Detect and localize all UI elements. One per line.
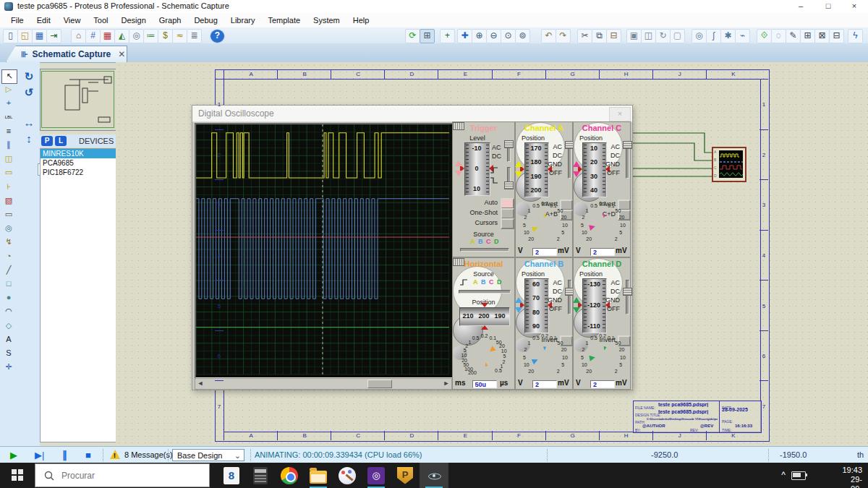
proteus-shield-app-icon[interactable]: P <box>391 463 420 488</box>
close-button[interactable]: × <box>842 0 867 13</box>
menu-help[interactable]: Help <box>346 14 376 26</box>
design-selector[interactable]: Base Design ⌄ <box>172 449 244 461</box>
zoom-out-icon[interactable]: ⊖ <box>486 29 501 43</box>
pick-device-icon[interactable]: ◎ <box>692 29 707 43</box>
knob-value-field[interactable]: 2 <box>590 380 615 388</box>
origin-icon[interactable]: + <box>440 29 455 43</box>
channel-position-arrow-up[interactable] <box>515 161 522 167</box>
menu-template[interactable]: Template <box>261 14 307 26</box>
graph-mode-icon[interactable]: ▧ <box>1 194 16 207</box>
coupling-switch-track[interactable] <box>626 280 629 314</box>
paste-icon[interactable]: ⊟ <box>606 29 621 43</box>
electrical-rule-check-icon[interactable]: ≂ <box>172 29 187 43</box>
rotate-anticlockwise-icon[interactable]: ↺ <box>21 85 37 100</box>
device-pins-mode-icon[interactable]: ⊦ <box>1 181 16 194</box>
2d-marker-icon[interactable]: ✛ <box>1 361 16 374</box>
oscilloscope-window[interactable]: Digital Oscilloscope × ◄ ► TriggerLevel-… <box>192 105 633 390</box>
device-item-pic18f6722[interactable]: PIC18F6722 <box>41 168 116 177</box>
channel-position-arrow-down[interactable] <box>455 171 462 176</box>
oneshot-button[interactable] <box>501 208 514 219</box>
menu-system[interactable]: System <box>307 14 346 26</box>
packaging-tool-icon[interactable]: ✱ <box>720 29 736 43</box>
tab-schematic-capture[interactable]: ⊪ Schematic Capture ✕ <box>6 46 127 62</box>
bom-icon[interactable]: $ <box>158 29 173 43</box>
selection-mode-icon[interactable]: ↖ <box>1 69 17 84</box>
menu-tool[interactable]: Tool <box>87 14 114 26</box>
component-mode-icon[interactable]: ▷ <box>1 83 16 96</box>
menu-graph[interactable]: Graph <box>153 14 188 26</box>
oscilloscope-component[interactable]: ABCD <box>712 147 746 182</box>
channel-position-arrow-down[interactable] <box>573 171 580 177</box>
terminals-mode-icon[interactable]: ▭ <box>1 166 16 179</box>
device-item-minres10k[interactable]: MINRES10K <box>41 149 116 158</box>
mirror-vertical-icon[interactable]: ↕ <box>21 132 37 146</box>
minimize-button[interactable]: – <box>788 0 813 13</box>
menu-design[interactable]: Design <box>115 14 153 26</box>
menu-debug[interactable]: Debug <box>187 14 224 26</box>
channel-position-arrow-down[interactable] <box>573 307 580 313</box>
file-explorer-app-icon[interactable] <box>304 463 333 488</box>
wire-autorouter-icon[interactable]: ⟐ <box>757 29 772 43</box>
zoom-area-icon[interactable]: ⊙ <box>501 29 516 43</box>
block-move-icon[interactable]: ◫ <box>641 29 656 43</box>
channel-position-arrow-up[interactable] <box>455 160 462 166</box>
start-button[interactable] <box>0 463 35 488</box>
design-explorer-icon[interactable]: ≔ <box>143 29 158 43</box>
pcb-layout-icon[interactable]: ▦ <box>100 29 115 43</box>
channel-position-arrow-up[interactable] <box>573 297 580 303</box>
import-project-icon[interactable]: ⇥ <box>46 29 61 43</box>
current-probe-mode-icon[interactable]: ◔ <box>1 250 16 263</box>
edge-switch-knob[interactable] <box>504 181 514 189</box>
2d-arc-icon[interactable]: ◠ <box>1 305 16 318</box>
menu-file[interactable]: File <box>4 14 30 26</box>
generator-mode-icon[interactable]: ◎ <box>1 222 16 235</box>
menu-library[interactable]: Library <box>224 14 262 26</box>
taskbar-search[interactable] <box>35 463 210 487</box>
proteus-8-app-icon[interactable]: 8 <box>217 463 246 488</box>
home-icon[interactable]: ⌂ <box>71 29 86 43</box>
voltage-probe-mode-icon[interactable]: ↯ <box>1 236 16 249</box>
open-project-icon[interactable]: ◱ <box>17 29 33 43</box>
wire-label-mode-icon[interactable]: LBL <box>1 111 16 124</box>
make-device-icon[interactable]: ʃ <box>706 29 721 43</box>
device-item-pca9685[interactable]: PCA9685 <box>41 158 116 168</box>
coupling-switch-knob[interactable] <box>504 140 514 148</box>
redo-icon[interactable]: ↷ <box>556 29 571 43</box>
help-icon[interactable]: ? <box>210 29 225 43</box>
knob-value-field[interactable]: 2 <box>532 248 557 256</box>
menu-view[interactable]: View <box>57 14 88 26</box>
property-assignment-icon[interactable]: ✎ <box>786 29 801 43</box>
coupling-switch-track[interactable] <box>568 144 571 179</box>
battery-icon[interactable] <box>791 471 806 480</box>
devices-list[interactable]: MINRES10KPCA9685PIC18F6722 <box>40 148 117 442</box>
play-button[interactable]: ▶ <box>10 450 17 461</box>
zoom-in-icon[interactable]: ⊕ <box>472 29 487 43</box>
tape-recorder-mode-icon[interactable]: ▭ <box>1 208 16 221</box>
auto-button[interactable] <box>501 198 514 209</box>
2d-circle-icon[interactable]: ● <box>1 291 16 304</box>
tray-clock[interactable]: 19:43 29-09-2025 <box>842 466 862 488</box>
proteus-simulation-app-icon[interactable] <box>420 463 448 488</box>
block-rotate-icon[interactable]: ↻ <box>655 29 671 43</box>
remove-sheet-icon[interactable]: ⊠ <box>814 29 830 43</box>
3d-viewer-icon[interactable]: ◭ <box>114 29 129 43</box>
search-input[interactable] <box>60 470 186 481</box>
knob-value-field[interactable]: 2 <box>532 380 557 388</box>
source-slider-track[interactable] <box>460 248 509 252</box>
cursors-button[interactable] <box>501 218 514 229</box>
2d-text-icon[interactable]: A <box>1 333 16 346</box>
rotate-clockwise-icon[interactable]: ↻ <box>21 69 37 84</box>
overview-thumbnail[interactable] <box>40 69 116 131</box>
step-button[interactable]: ▶| <box>35 450 44 461</box>
stop-button[interactable]: ■ <box>85 450 91 461</box>
pick-devices-button[interactable]: P <box>41 136 53 146</box>
tray-chevron-icon[interactable]: ^ <box>781 470 786 480</box>
mirror-horizontal-icon[interactable]: ↔ <box>21 116 37 130</box>
channel-position-arrow-down[interactable] <box>515 307 522 313</box>
new-sheet-icon[interactable]: ⊞ <box>800 29 815 43</box>
pan-icon[interactable]: ✚ <box>457 29 472 43</box>
source-slider-track[interactable] <box>459 290 511 294</box>
knob-value-field[interactable]: 50u <box>472 380 497 388</box>
pause-button[interactable]: ∥ <box>62 449 67 461</box>
new-project-icon[interactable]: ▯ <box>3 29 18 43</box>
